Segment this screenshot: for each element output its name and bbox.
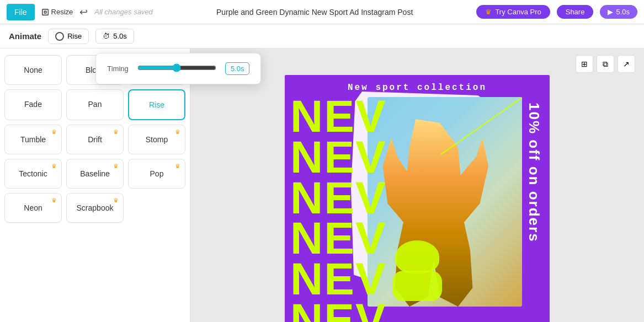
clock-icon: ⏱	[103, 32, 110, 40]
undo-button[interactable]: ↩	[79, 6, 88, 18]
animate-button-stomp[interactable]: Stomp♛	[128, 125, 185, 154]
crown-icon: ♛	[51, 197, 57, 204]
ad-photo	[368, 97, 522, 307]
clothing-bottom	[392, 271, 442, 301]
timing-button[interactable]: ⏱ 5.0s	[95, 29, 134, 44]
play-icon: ▶	[608, 8, 613, 16]
saved-indicator: All changes saved	[94, 8, 153, 16]
timing-popover-label: Timing	[107, 65, 129, 73]
animate-button-pan[interactable]: Pan	[66, 89, 124, 120]
document-title: Purple and Green Dynamic New Sport Ad In…	[159, 8, 470, 17]
rise-label: Rise	[67, 32, 82, 40]
crown-icon: ♛	[113, 163, 119, 170]
try-canva-pro-button[interactable]: ♛ Try Canva Pro	[476, 5, 550, 19]
resize-button[interactable]: Resize	[41, 8, 73, 16]
crown-icon: ♛	[113, 197, 119, 204]
frame-button[interactable]: ⊞	[576, 55, 593, 73]
crown-icon: ♛	[51, 128, 57, 136]
main-layout: NoneBlockBreatheFadePanRiseTumble♛Drift♛…	[0, 49, 644, 322]
undo-icon: ↩	[79, 6, 88, 18]
rise-button[interactable]: Rise	[48, 29, 89, 44]
svg-rect-0	[42, 9, 48, 15]
ad-main-text: NEV NEV NEV NEV NEV NEV NEV	[290, 96, 387, 322]
play-button[interactable]: ▶ 5.0s	[600, 5, 637, 19]
file-button[interactable]: File	[7, 4, 35, 20]
animate-button-drift[interactable]: Drift♛	[66, 125, 124, 154]
animate-panel: NoneBlockBreatheFadePanRiseTumble♛Drift♛…	[0, 49, 190, 322]
timing-popover: Timing 5.0s	[95, 53, 261, 84]
play-label: 5.0s	[616, 8, 630, 16]
copy-button[interactable]: ⧉	[597, 55, 614, 73]
subbar: Animate Rise ⏱ 5.0s Timing 5.0s	[0, 24, 644, 49]
crown-icon: ♛	[113, 128, 119, 136]
animate-button-none[interactable]: None	[4, 55, 62, 85]
resize-label: Resize	[51, 8, 73, 16]
share-button[interactable]: Share	[557, 5, 594, 19]
animate-button-scrapbook[interactable]: Scrapbook♛	[66, 193, 124, 223]
canva-pro-label: Try Canva Pro	[495, 8, 541, 16]
timing-slider-wrap	[137, 63, 216, 74]
animate-button-pop[interactable]: Pop♛	[128, 159, 185, 189]
animate-button-fade[interactable]: Fade	[4, 89, 62, 120]
timing-label: 5.0s	[113, 32, 127, 40]
ad-canvas: New sport collection NEV NEV NEV NEV NEV…	[285, 75, 550, 322]
crown-icon: ♛	[175, 163, 180, 170]
animate-button-tumble[interactable]: Tumble♛	[4, 125, 62, 154]
resize-icon	[41, 8, 49, 16]
crown-icon: ♛	[51, 163, 57, 170]
crown-icon: ♛	[175, 128, 180, 136]
timing-slider[interactable]	[137, 63, 216, 72]
animate-section-label: Animate	[9, 31, 41, 41]
canvas-area: ⊞ ⧉ ↗ New sport collection NEV NEV NEV N…	[190, 49, 644, 322]
animate-button-baseline[interactable]: Baseline♛	[66, 159, 124, 189]
timing-container: ⏱ 5.0s Timing 5.0s	[95, 29, 134, 44]
clothing-top	[395, 240, 439, 273]
animate-button-neon[interactable]: Neon♛	[4, 193, 62, 223]
canvas-toolbar: ⊞ ⧉ ↗	[576, 55, 635, 73]
crown-icon: ♛	[485, 8, 492, 16]
animate-button-rise[interactable]: Rise	[128, 89, 185, 120]
timing-value: 5.0s	[225, 62, 249, 75]
animate-button-tectonic[interactable]: Tectonic♛	[4, 159, 62, 189]
topbar: File Resize ↩ All changes saved Purple a…	[0, 0, 644, 24]
rise-circle-icon	[55, 32, 64, 41]
export-button[interactable]: ↗	[618, 55, 635, 73]
ad-side-text: 10% off on orders	[526, 103, 542, 243]
